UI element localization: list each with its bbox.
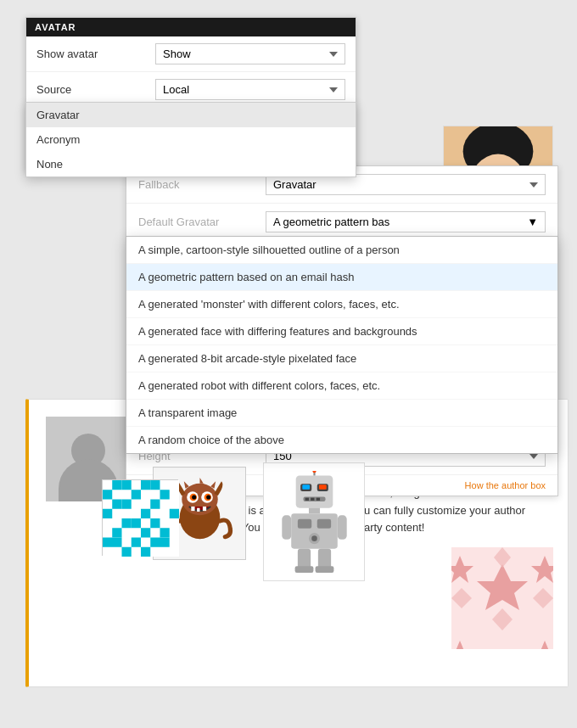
svg-rect-68: [294, 566, 313, 573]
svg-rect-60: [297, 519, 311, 529]
default-gravatar-label: Default Gravatar: [138, 216, 266, 228]
svg-rect-51: [318, 484, 326, 489]
gravatar-option-4[interactable]: A generated 8-bit arcade-style pixelated…: [126, 345, 557, 372]
gravatar-option-0[interactable]: A simple, cartoon-style silhouetted outl…: [126, 237, 557, 264]
svg-rect-69: [315, 566, 333, 573]
svg-rect-20: [141, 509, 150, 518]
panel-header: AVATAR: [26, 18, 356, 36]
svg-rect-53: [305, 498, 308, 501]
svg-point-39: [192, 495, 196, 499]
svg-rect-54: [311, 498, 314, 501]
svg-rect-47: [295, 475, 333, 507]
svg-rect-10: [122, 480, 132, 490]
svg-rect-16: [112, 500, 121, 509]
svg-rect-61: [317, 519, 330, 529]
svg-rect-25: [112, 528, 121, 537]
svg-point-40: [206, 495, 210, 499]
svg-rect-31: [122, 547, 132, 557]
show-avatar-row: Show avatar Show: [26, 36, 356, 72]
svg-rect-23: [132, 518, 141, 528]
svg-point-57: [312, 471, 316, 473]
svg-rect-43: [202, 507, 205, 511]
dropdown-acronym[interactable]: Acronym: [26, 127, 356, 152]
svg-rect-9: [112, 480, 121, 490]
gravatar-option-3[interactable]: A generated face with differing features…: [126, 318, 557, 345]
fallback-dropdown: Gravatar Acronym None: [25, 102, 356, 177]
svg-rect-17: [122, 500, 132, 509]
svg-rect-29: [132, 538, 141, 547]
svg-rect-12: [150, 480, 160, 490]
svg-rect-15: [160, 490, 170, 499]
chevron-down-icon: ▼: [527, 216, 538, 228]
geo-pattern-svg: [451, 547, 553, 649]
svg-rect-21: [170, 509, 179, 518]
svg-rect-28: [103, 538, 122, 547]
default-gravatar-select[interactable]: A geometric pattern bas ▼: [266, 211, 546, 232]
source-select[interactable]: Local: [155, 79, 345, 100]
svg-rect-65: [337, 515, 346, 539]
robot-svg: [274, 471, 355, 573]
svg-rect-55: [316, 498, 319, 501]
identicon-svg: [103, 480, 179, 557]
svg-marker-45: [199, 478, 203, 484]
show-avatar-select[interactable]: Show: [155, 43, 345, 64]
svg-rect-18: [150, 500, 160, 509]
svg-rect-22: [122, 518, 132, 528]
svg-rect-67: [317, 549, 330, 569]
gravatar-option-6[interactable]: A transparent image: [126, 400, 557, 427]
svg-rect-41: [191, 507, 194, 511]
svg-rect-50: [302, 484, 310, 489]
svg-rect-26: [141, 528, 150, 537]
svg-rect-11: [141, 480, 150, 490]
gravatar-option-2[interactable]: A generated 'monster' with different col…: [126, 291, 557, 318]
robot-preview: [263, 462, 365, 581]
gravatar-option-7[interactable]: A random choice of the above: [126, 427, 557, 453]
svg-rect-27: [160, 528, 170, 537]
svg-rect-66: [297, 549, 310, 569]
fallback-label: Fallback: [138, 178, 266, 191]
geometric-preview: [451, 547, 553, 649]
svg-rect-64: [282, 515, 291, 539]
svg-rect-58: [308, 508, 319, 514]
gravatar-dropdown: A simple, cartoon-style silhouetted outl…: [126, 236, 558, 454]
svg-rect-14: [132, 490, 141, 499]
identicon-preview: [102, 479, 178, 556]
svg-rect-24: [150, 518, 160, 528]
svg-rect-42: [197, 507, 199, 511]
svg-rect-32: [141, 547, 150, 557]
svg-rect-30: [150, 538, 170, 547]
svg-rect-13: [103, 490, 112, 499]
gravatar-option-5[interactable]: A generated robot with different colors,…: [126, 372, 557, 400]
svg-rect-19: [103, 509, 112, 518]
svg-point-63: [311, 535, 317, 541]
show-avatar-label: Show avatar: [36, 48, 155, 60]
dropdown-none[interactable]: None: [26, 152, 356, 176]
gravatar-option-1[interactable]: A geometric pattern based on an email ha…: [126, 264, 557, 291]
dropdown-gravatar[interactable]: Gravatar: [26, 103, 356, 127]
source-label: Source: [36, 83, 155, 96]
